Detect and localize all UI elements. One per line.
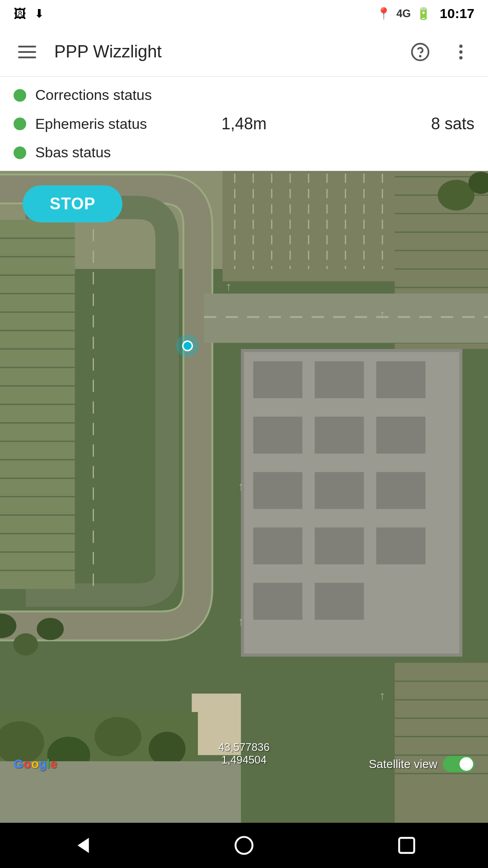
svg-rect-43 bbox=[253, 361, 302, 398]
measurement-value: 1,48m bbox=[221, 114, 267, 133]
recent-apps-button[interactable] bbox=[389, 827, 425, 863]
svg-point-3 bbox=[459, 50, 462, 53]
battery-icon: 🔋 bbox=[416, 7, 431, 21]
ephemeris-status-dot bbox=[14, 118, 26, 130]
svg-rect-51 bbox=[376, 472, 426, 509]
ephemeris-status-label: Ephemeris status bbox=[35, 116, 147, 132]
svg-rect-50 bbox=[315, 472, 364, 509]
status-bar-right: 📍 4G 🔋 10:17 bbox=[376, 6, 474, 21]
svg-rect-68 bbox=[394, 663, 488, 823]
home-icon bbox=[233, 834, 255, 857]
svg-point-4 bbox=[459, 56, 462, 59]
svg-rect-96 bbox=[399, 838, 414, 853]
svg-rect-46 bbox=[253, 417, 302, 454]
sbas-status-row: Sbas status bbox=[0, 139, 488, 166]
location-marker bbox=[176, 335, 199, 357]
svg-rect-54 bbox=[376, 528, 426, 565]
svg-point-95 bbox=[235, 837, 253, 854]
download-icon: ⬇ bbox=[34, 7, 44, 21]
satellite-view-label: Satellite view bbox=[369, 757, 437, 771]
toggle-knob bbox=[460, 757, 473, 771]
svg-text:↑: ↑ bbox=[238, 479, 244, 493]
svg-text:↑: ↑ bbox=[225, 279, 232, 293]
map-bottom-bar: Google Satellite view bbox=[0, 750, 488, 778]
corrections-status-label: Corrections status bbox=[35, 87, 152, 104]
ephemeris-status-row: Ephemeris status 1,48m 8 sats bbox=[0, 109, 488, 139]
svg-rect-44 bbox=[315, 361, 364, 398]
satellites-count: 8 sats bbox=[431, 114, 474, 133]
hamburger-icon bbox=[18, 46, 36, 58]
status-bar: 🖼 ⬇ 📍 4G 🔋 10:17 bbox=[0, 0, 488, 27]
status-bar-left-icons: 🖼 ⬇ bbox=[14, 6, 44, 21]
stop-button[interactable]: STOP bbox=[23, 185, 122, 222]
time-display: 10:17 bbox=[440, 6, 474, 21]
more-options-button[interactable] bbox=[443, 34, 479, 70]
satellite-toggle-switch[interactable] bbox=[443, 756, 474, 772]
svg-rect-48 bbox=[376, 417, 426, 454]
svg-rect-45 bbox=[376, 361, 426, 398]
app-bar-actions bbox=[402, 34, 479, 70]
svg-text:↑: ↑ bbox=[379, 307, 385, 321]
svg-point-86 bbox=[14, 633, 38, 656]
app-title: PPP Wizzlight bbox=[54, 42, 402, 61]
info-panel: Corrections status Ephemeris status 1,48… bbox=[0, 77, 488, 171]
photo-icon: 🖼 bbox=[14, 6, 26, 21]
svg-point-2 bbox=[459, 44, 462, 47]
satellite-view-toggle[interactable]: Satellite view bbox=[369, 756, 474, 772]
svg-marker-94 bbox=[78, 838, 89, 853]
navigation-bar bbox=[0, 823, 488, 868]
svg-point-87 bbox=[37, 618, 64, 640]
map-area[interactable]: ↑ ↑ ↑ ↑ ↑ STOP 43,577836 1,494504 Goog bbox=[0, 158, 488, 823]
location-marker-outer bbox=[176, 335, 199, 357]
svg-text:↑: ↑ bbox=[238, 614, 244, 628]
location-marker-inner bbox=[182, 340, 193, 351]
recent-apps-icon bbox=[395, 834, 418, 857]
app-bar: PPP Wizzlight bbox=[0, 27, 488, 77]
4g-icon: 4G bbox=[396, 7, 411, 20]
back-icon bbox=[70, 834, 93, 857]
corrections-status-row: Corrections status bbox=[0, 81, 488, 109]
home-button[interactable] bbox=[226, 827, 262, 863]
svg-rect-47 bbox=[315, 417, 364, 454]
menu-button[interactable] bbox=[9, 34, 45, 70]
google-logo: Google bbox=[14, 757, 57, 771]
back-button[interactable] bbox=[63, 827, 99, 863]
svg-rect-52 bbox=[253, 528, 302, 565]
svg-rect-53 bbox=[315, 528, 364, 565]
sbas-status-label: Sbas status bbox=[35, 144, 111, 161]
corrections-status-dot bbox=[14, 89, 26, 102]
sbas-status-dot bbox=[14, 146, 26, 159]
help-button[interactable] bbox=[402, 34, 438, 70]
svg-rect-49 bbox=[253, 472, 302, 509]
svg-text:↑: ↑ bbox=[379, 689, 385, 703]
svg-rect-55 bbox=[253, 583, 302, 620]
svg-rect-56 bbox=[315, 583, 364, 620]
svg-rect-75 bbox=[204, 293, 488, 343]
map-satellite-view: ↑ ↑ ↑ ↑ ↑ bbox=[0, 158, 488, 823]
location-status-icon: 📍 bbox=[376, 7, 391, 21]
